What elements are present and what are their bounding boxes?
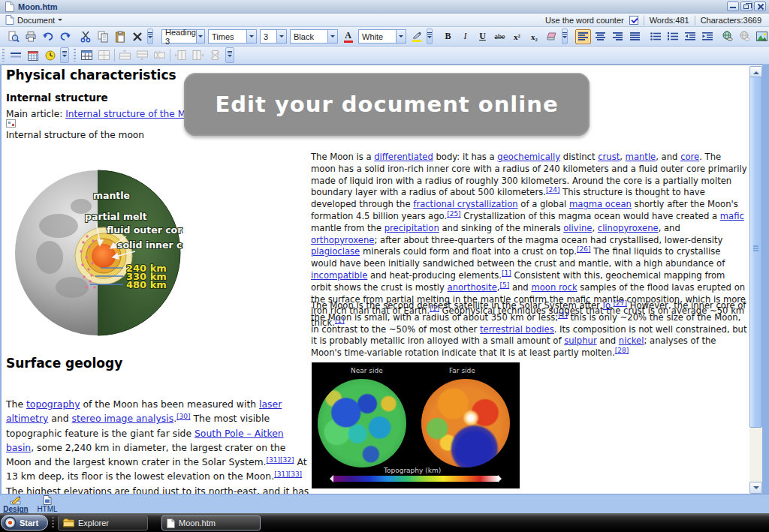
merge-cells-button[interactable] (96, 48, 112, 63)
copy-button[interactable] (95, 29, 110, 44)
reference-link[interactable]: [31][32] (267, 456, 294, 464)
bullet-list-button[interactable] (647, 29, 663, 44)
doc-link[interactable]: terrestrial bodies (480, 324, 554, 335)
doc-link[interactable]: nickel (619, 335, 644, 346)
doc-link[interactable]: magma ocean (569, 199, 632, 209)
reference-link[interactable]: [24] (546, 186, 559, 194)
doc-link[interactable]: stereo image analysis (72, 413, 174, 424)
outdent-button[interactable] (682, 29, 698, 44)
insert-link-button[interactable] (719, 29, 735, 44)
toolbar-overflow-button[interactable] (60, 47, 69, 63)
tab-html[interactable]: HTML (32, 494, 63, 514)
insert-column-right-button[interactable] (190, 48, 206, 63)
reference-link[interactable]: [28] (615, 347, 629, 354)
eraser-button[interactable] (544, 29, 559, 44)
doc-link[interactable]: fractional crystallization (413, 199, 517, 209)
subscript-button[interactable]: x₂ (526, 29, 542, 44)
align-left-button[interactable] (575, 29, 591, 44)
align-right-button[interactable] (610, 29, 626, 44)
word-counter-checkbox[interactable] (629, 16, 638, 25)
superscript-button[interactable]: x² (509, 29, 525, 44)
toolbar-overflow-button[interactable] (562, 29, 568, 44)
document-canvas[interactable]: Physical characteristics Internal struct… (2, 65, 762, 494)
taskbar-item-moon-htm[interactable]: Moon.htm (161, 515, 261, 530)
toolbar-overflow-button[interactable] (147, 29, 153, 44)
print-preview-button[interactable] (5, 29, 21, 44)
delete-button[interactable] (129, 29, 145, 44)
doc-link[interactable]: differentiated (374, 152, 433, 162)
highlight-color-select[interactable]: White (358, 29, 406, 44)
print-button[interactable] (23, 29, 38, 44)
cut-button[interactable] (77, 29, 93, 44)
redo-button[interactable] (57, 29, 73, 44)
reference-link[interactable]: [5] (499, 281, 509, 289)
insert-row-above-button[interactable] (117, 48, 133, 63)
numbered-list-button[interactable] (665, 29, 680, 44)
insert-date-button[interactable] (25, 48, 41, 63)
doc-link[interactable]: core (680, 152, 699, 162)
doc-link[interactable]: mafic (720, 211, 744, 221)
edit-online-banner[interactable]: Edit your document online (184, 73, 590, 136)
horizontal-rule-button[interactable] (8, 48, 23, 63)
doc-link[interactable]: incompatible (311, 270, 367, 281)
undo-button[interactable] (40, 29, 56, 44)
reference-link[interactable]: [1] (558, 311, 568, 319)
close-button[interactable] (754, 2, 766, 11)
doc-link[interactable]: mantle (626, 152, 656, 162)
strikethrough-button[interactable]: abe (492, 29, 508, 44)
reference-link[interactable]: [27] (614, 299, 627, 307)
insert-time-button[interactable] (42, 48, 58, 63)
indent-button[interactable] (699, 29, 715, 44)
document-menu[interactable]: Document (0, 14, 68, 26)
doc-link[interactable]: anorthosite (448, 282, 497, 293)
underline-button[interactable]: U (475, 29, 490, 44)
taskbar-item-explorer[interactable]: Explorer (58, 515, 148, 530)
align-center-button[interactable] (593, 29, 608, 44)
align-justify-button[interactable] (627, 29, 643, 44)
doc-link[interactable]: geochemically (497, 152, 560, 162)
doc-link[interactable]: topography (26, 398, 80, 410)
doc-link[interactable]: olivine (563, 223, 592, 233)
doc-link[interactable]: precipitation (384, 223, 439, 233)
doc-link[interactable]: moon rock (531, 282, 577, 293)
highlighter-button[interactable] (409, 29, 424, 44)
font-select[interactable]: Times (208, 29, 257, 44)
doc-link[interactable]: Io (603, 300, 611, 311)
reference-link[interactable]: [26] (577, 245, 590, 253)
remove-link-button[interactable] (737, 29, 752, 44)
vertical-scrollbar[interactable] (749, 66, 762, 494)
scrollbar-thumb[interactable] (749, 77, 762, 428)
tab-design[interactable]: Design (0, 494, 32, 514)
insert-row-below-button[interactable] (134, 48, 150, 63)
insert-image-button[interactable] (754, 29, 769, 44)
toolbar-grip[interactable] (2, 49, 5, 62)
doc-link[interactable]: crust (598, 152, 620, 162)
taskbar-grip[interactable] (52, 517, 54, 528)
doc-link[interactable]: South Pole – Aitken basin (6, 428, 284, 453)
start-button[interactable]: Start (1, 515, 48, 530)
reference-link[interactable]: [25] (447, 210, 460, 218)
doc-link[interactable]: Internal structure of the Moon (65, 109, 203, 119)
restore-button[interactable] (740, 2, 752, 11)
doc-link[interactable]: plagioclase (311, 246, 360, 257)
reference-link[interactable]: [1] (502, 269, 511, 277)
minimize-button[interactable] (727, 2, 739, 11)
delete-row-button[interactable] (152, 48, 167, 63)
toolbar-grip[interactable] (74, 49, 76, 62)
bold-button[interactable]: B (440, 29, 456, 44)
doc-link[interactable]: sulphur (564, 335, 596, 346)
heading-select[interactable]: Heading 3 (161, 29, 205, 44)
reference-link[interactable]: [30] (176, 413, 190, 420)
doc-link[interactable]: orthopyroxene (311, 235, 374, 245)
insert-column-left-button[interactable] (173, 48, 188, 63)
toolbar-overflow-button[interactable] (225, 47, 234, 63)
font-color-select[interactable]: Black (290, 29, 338, 44)
reference-link[interactable]: [31][33] (274, 470, 302, 478)
italic-button[interactable]: I (457, 29, 473, 44)
scroll-down-button[interactable] (749, 482, 762, 494)
doc-link[interactable]: clinopyroxene (598, 223, 659, 233)
delete-column-button[interactable] (207, 48, 223, 63)
insert-table-button[interactable] (79, 48, 95, 63)
font-color-button[interactable]: A (340, 29, 356, 44)
toolbar-overflow-button[interactable] (427, 29, 433, 44)
